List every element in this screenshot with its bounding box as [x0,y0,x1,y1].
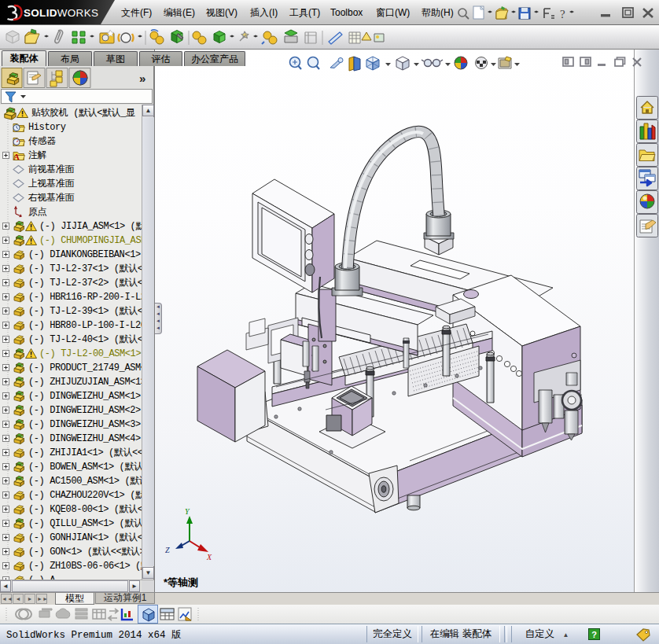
svg-text:(-) BOWEN_ASM<1> (默认<: (-) BOWEN_ASM<1> (默认< [28,462,149,473]
svg-text:右视基准面: 右视基准面 [28,193,74,204]
svg-text:注解: 注解 [28,150,47,161]
svg-text:(-) JIJIA_ASM<1> (默: (-) JIJIA_ASM<1> (默 [39,221,145,232]
svg-text:(-) AC1500_ASM<1> (默认: (-) AC1500_ASM<1> (默认 [28,476,149,487]
svg-text:(-) GON<1> (默认<<默认>: (-) GON<1> (默认<<默认> [28,546,145,558]
svg-text:(-) TJ-L2-00_ASM<1>: (-) TJ-L2-00_ASM<1> [39,348,141,359]
svg-text:Y: Y [185,507,190,516]
svg-text:X: X [206,553,212,561]
svg-text:(-) DINGWEIZHU_ASM<2> (: (-) DINGWEIZHU_ASM<2> ( [28,405,151,416]
svg-text:(-) DINGWEIZHU_ASM<3> (: (-) DINGWEIZHU_ASM<3> ( [28,419,151,430]
svg-text:(-) CHAZHOU220V<1> (默认: (-) CHAZHOU220V<1> (默认 [28,490,154,501]
svg-text:(-) PRODUCT_21749_ASM<1: (-) PRODUCT_21749_ASM<1 [28,362,152,374]
svg-text:(-) KQE08-00<1> (默认<<: (-) KQE08-00<1> (默认<< [28,504,149,515]
svg-text:(-) ZHIJUZUJIAN_ASM<1>: (-) ZHIJUZUJIAN_ASM<1> [28,377,146,388]
svg-text:Z: Z [165,546,170,554]
svg-text:(-) HBR80-LP-100-I-L20-: (-) HBR80-LP-100-I-L20- [28,320,151,331]
svg-text:(-) HBR116-RP-200-I-L20: (-) HBR116-RP-200-I-L20 [28,292,152,303]
svg-text:History: History [28,122,66,133]
svg-text:原点: 原点 [28,207,47,218]
svg-text:(-) DIANKONGBEIBAN<1> (: (-) DIANKONGBEIBAN<1> ( [28,249,151,260]
svg-text:(-) TJ-L2-37<2> (默认<<: (-) TJ-L2-37<2> (默认<< [28,278,149,289]
svg-text:SOLIDWORKS: SOLIDWORKS [24,7,98,19]
svg-text:(-) DINGWEIZHU_ASM<4> (: (-) DINGWEIZHU_ASM<4> ( [28,433,151,444]
svg-text:(-) ZHIJIA1<1> (默认<<默: (-) ZHIJIA1<1> (默认<<默 [28,447,153,458]
svg-text:传感器: 传感器 [28,136,56,147]
svg-text:(-) QILLU_ASM<1> (默认<: (-) QILLU_ASM<1> (默认< [28,518,149,529]
svg-text:(-) GONHJIAN<1> (默认<<: (-) GONHJIAN<1> (默认<< [28,532,149,543]
svg-text:上视基准面: 上视基准面 [28,178,74,190]
svg-text:(-) TJ-L2-37<1> (默认<<: (-) TJ-L2-37<1> (默认<< [28,263,149,274]
svg-text:(-) CHUMOPINGJIA_ASM: (-) CHUMOPINGJIA_ASM [39,235,146,246]
svg-text:(-) ZH10BS-06-06<1> (默: (-) ZH10BS-06-06<1> (默 [28,561,150,572]
svg-text:*等轴测: *等轴测 [164,576,198,588]
svg-text:前视基准面: 前视基准面 [28,164,74,175]
svg-text:?: ? [560,8,565,20]
svg-text:(-) DINGWEIZHU_ASM<1> (: (-) DINGWEIZHU_ASM<1> ( [28,391,151,402]
svg-text:贴软胶机 (默认<默认_显: 贴软胶机 (默认<默认_显 [31,108,135,119]
svg-text:(-) TJ-L2-39<1> (默认<<: (-) TJ-L2-39<1> (默认<< [28,306,149,317]
svg-text:(-) TJ-L2-40<1> (默认<<: (-) TJ-L2-40<1> (默认<< [28,334,149,345]
svg-text:»: » [139,72,145,85]
